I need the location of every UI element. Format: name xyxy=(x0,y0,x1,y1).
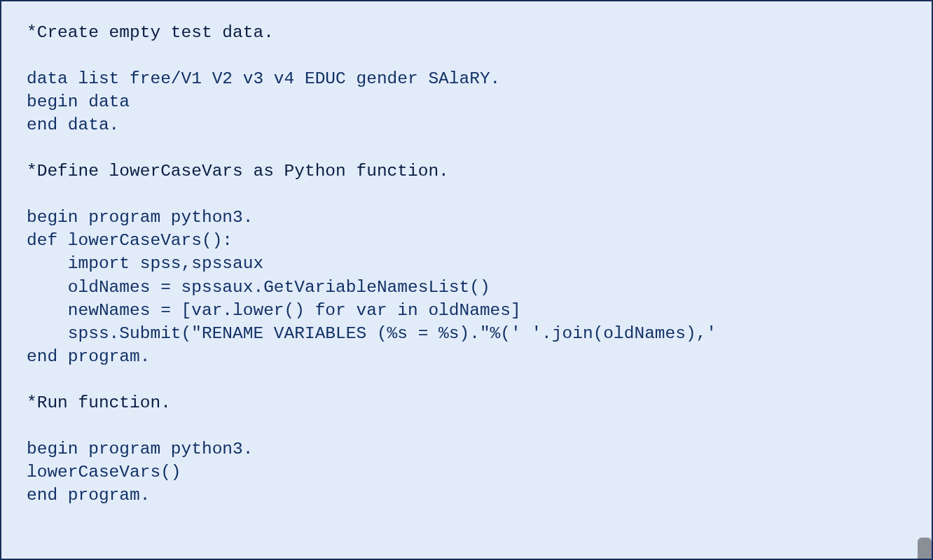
code-text: end data. xyxy=(27,113,906,136)
code-comment: *Run function. xyxy=(27,391,906,414)
code-text: begin data xyxy=(27,90,906,113)
code-text: def lowerCaseVars(): xyxy=(27,229,906,252)
code-text: import spss,spssaux xyxy=(27,252,906,275)
code-block: *Create empty test data. data list free/… xyxy=(0,0,933,560)
code-text: spss.Submit("RENAME VARIABLES (%s = %s).… xyxy=(27,322,906,345)
code-comment: *Define lowerCaseVars as Python function… xyxy=(27,160,906,183)
blank-line xyxy=(27,136,906,160)
code-text: oldNames = spssaux.GetVariableNamesList(… xyxy=(27,276,906,299)
code-text: begin program python3. xyxy=(27,438,906,461)
code-text: begin program python3. xyxy=(27,206,906,229)
blank-line xyxy=(27,368,906,391)
blank-line xyxy=(27,414,906,438)
code-text: end program. xyxy=(27,345,906,368)
scrollbar-thumb[interactable] xyxy=(918,538,932,559)
blank-line xyxy=(27,183,906,206)
code-text: newNames = [var.lower() for var in oldNa… xyxy=(27,299,906,322)
blank-line xyxy=(27,44,906,67)
code-text: lowerCaseVars() xyxy=(27,461,906,484)
code-text: data list free/V1 V2 v3 v4 EDUC gender S… xyxy=(27,67,906,90)
code-text: end program. xyxy=(27,484,906,507)
code-comment: *Create empty test data. xyxy=(27,21,906,44)
